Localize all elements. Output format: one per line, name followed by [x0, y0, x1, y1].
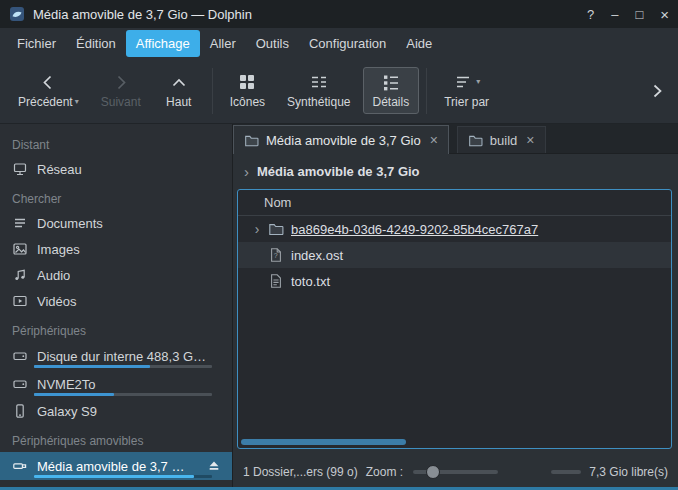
details-view-button[interactable]: Détails [363, 67, 420, 114]
caret-down-icon[interactable]: ▾ [75, 98, 79, 106]
menu-aller[interactable]: Aller [200, 30, 246, 57]
sidebar-item-label: Images [37, 242, 80, 257]
back-button[interactable]: Précédent ▾ [8, 67, 89, 114]
app-icon[interactable] [9, 6, 25, 22]
back-label: Précédent ▾ [18, 95, 79, 109]
statusbar: 1 Dossier,...ers (99 o) Zoom : 7,3 Gio l… [233, 457, 678, 487]
menu-affichage[interactable]: Affichage [126, 30, 200, 57]
sidebar-item-nvme[interactable]: NVME2To [0, 370, 232, 398]
sidebar-item-label: Audio [37, 268, 70, 283]
details-view-label: Détails [373, 95, 410, 109]
harddisk-icon [12, 348, 28, 364]
chevron-right-icon [648, 82, 666, 100]
forward-label: Suivant [101, 95, 141, 109]
zoom-slider[interactable] [413, 465, 498, 479]
toolbar-overflow-button[interactable] [644, 82, 670, 100]
sidebar-section-remote: Distant [0, 128, 232, 156]
caret-down-icon[interactable]: ▾ [476, 78, 480, 86]
sidebar-item-label: Documents [37, 216, 103, 231]
sidebar-item-images[interactable]: Images [0, 236, 232, 262]
unknown-badge: ? [274, 252, 278, 259]
forward-button[interactable]: Suivant [91, 67, 151, 114]
text-file-icon [268, 273, 284, 289]
toolbar-separator [426, 68, 427, 114]
folder-icon [268, 221, 284, 237]
folder-icon [468, 133, 483, 148]
column-header-nom[interactable]: Nom [264, 195, 291, 210]
icons-view-icon [237, 72, 257, 92]
menu-configuration[interactable]: Configuration [299, 30, 396, 57]
main-panel: Média amovible de 3,7 Gio × build × › Mé… [233, 124, 678, 487]
up-label: Haut [166, 95, 191, 109]
file-row-index-ost[interactable]: ? index.ost [238, 242, 671, 268]
disk-usage-bar [34, 475, 212, 478]
sidebar-item-galaxy-s9[interactable]: Galaxy S9 [0, 398, 232, 424]
toolbar: Précédent ▾ Suivant Haut Icônes [0, 58, 678, 124]
compact-view-icon [309, 72, 329, 92]
expander-icon[interactable]: › [248, 222, 266, 236]
sidebar-item-label: Réseau [37, 162, 82, 177]
breadcrumb: › Média amovible de 3,7 Gio [233, 154, 678, 188]
file-name: ba869e4b-03d6-4249-9202-85b4cec767a7 [291, 222, 538, 237]
sidebar-item-audio[interactable]: Audio [0, 262, 232, 288]
audio-icon [12, 267, 28, 283]
menubar: Fichier Édition Affichage Aller Outils C… [0, 28, 678, 58]
sort-by-button[interactable]: ▾ Trier par [434, 67, 499, 114]
sort-icon [453, 72, 473, 92]
zoom-label: Zoom : [366, 465, 403, 479]
icons-view-label: Icônes [230, 95, 265, 109]
sidebar-item-videos[interactable]: Vidéos [0, 288, 232, 314]
titlebar[interactable]: Média amovible de 3,7 Gio — Dolphin ? – … [0, 0, 678, 28]
horizontal-scrollbar[interactable] [241, 439, 406, 445]
sidebar-item-documents[interactable]: Documents [0, 210, 232, 236]
tab-build[interactable]: build × [457, 126, 546, 153]
breadcrumb-root-chevron[interactable]: › [244, 164, 249, 179]
file-row-toto-txt[interactable]: toto.txt [238, 268, 671, 294]
menu-outils[interactable]: Outils [246, 30, 299, 57]
sidebar-item-label: Galaxy S9 [37, 404, 97, 419]
sidebar-item-label: NVME2To [37, 377, 96, 392]
disk-usage-bar [34, 393, 212, 396]
file-row-folder[interactable]: › ba869e4b-03d6-4249-9202-85b4cec767a7 [238, 216, 671, 242]
tab-bar: Média amovible de 3,7 Gio × build × [233, 124, 678, 154]
sidebar-item-media-amovible[interactable]: Média amovible de 3,7 … [0, 452, 232, 480]
tab-label: build [490, 133, 517, 148]
tab-close-button[interactable]: × [526, 133, 534, 147]
sidebar-item-label: Média amovible de 3,7 … [37, 459, 184, 474]
image-icon [12, 241, 28, 257]
tab-close-button[interactable]: × [430, 133, 438, 147]
menu-aide[interactable]: Aide [396, 30, 442, 57]
sidebar-item-reseau[interactable]: Réseau [0, 156, 232, 182]
content-area: Distant Réseau Chercher Documents Images [0, 124, 678, 487]
details-view-icon [381, 72, 401, 92]
menu-fichier[interactable]: Fichier [7, 30, 66, 57]
tab-media-amovible[interactable]: Média amovible de 3,7 Gio × [233, 125, 449, 154]
document-icon [12, 215, 28, 231]
chevron-up-icon [169, 72, 189, 92]
window-title: Média amovible de 3,7 Gio — Dolphin [33, 7, 252, 22]
dolphin-window: Média amovible de 3,7 Gio — Dolphin ? – … [0, 0, 678, 490]
zoom-slider-handle[interactable] [426, 465, 440, 479]
places-panel: Distant Réseau Chercher Documents Images [0, 124, 233, 487]
tab-label: Média amovible de 3,7 Gio [266, 133, 421, 148]
eject-button[interactable] [206, 458, 222, 474]
sidebar-section-search: Chercher [0, 182, 232, 210]
sidebar-section-devices: Périphériques [0, 314, 232, 342]
harddisk-icon [12, 376, 28, 392]
breadcrumb-current[interactable]: Média amovible de 3,7 Gio [257, 164, 420, 179]
sidebar-item-disque-dur[interactable]: Disque dur interne 488,3 G… [0, 342, 232, 370]
minimize-button[interactable]: – [611, 8, 618, 21]
close-button[interactable]: × [660, 7, 669, 22]
eject-icon [206, 458, 222, 474]
menu-edition[interactable]: Édition [66, 30, 126, 57]
help-button[interactable]: ? [587, 8, 594, 21]
disk-usage-bar [34, 365, 212, 368]
chevron-left-icon [38, 72, 58, 92]
compact-view-label: Synthétique [287, 95, 350, 109]
column-header-row: Nom [238, 190, 671, 216]
compact-view-button[interactable]: Synthétique [277, 67, 360, 114]
maximize-button[interactable]: □ [635, 8, 643, 21]
file-view[interactable]: Nom › ba869e4b-03d6-4249-9202-85b4cec767… [237, 189, 672, 449]
up-button[interactable]: Haut [153, 67, 205, 114]
icons-view-button[interactable]: Icônes [220, 67, 275, 114]
